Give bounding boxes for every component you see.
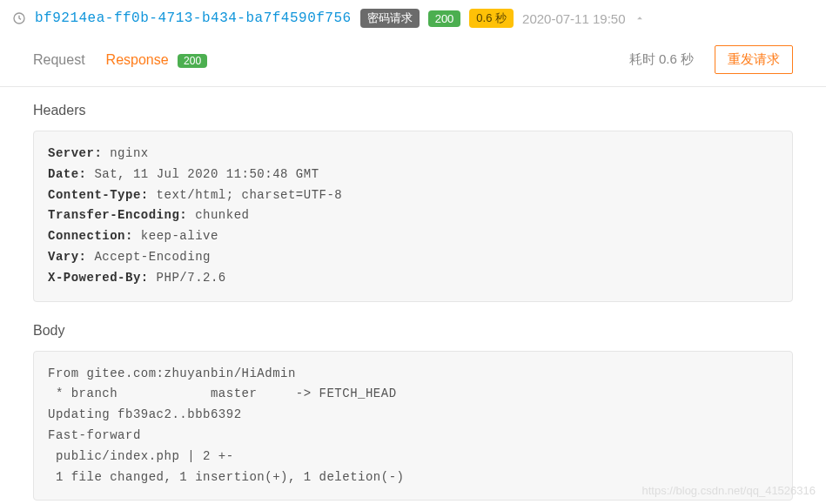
resend-button[interactable]: 重发请求 bbox=[715, 45, 793, 74]
body-block: From gitee.com:zhuyanbin/HiAdmin * branc… bbox=[33, 351, 793, 501]
tab-response-label: Response bbox=[106, 52, 169, 67]
clock-icon bbox=[12, 11, 26, 25]
duration-badge: 0.6 秒 bbox=[469, 9, 514, 28]
duration-text: 耗时 0.6 秒 bbox=[629, 51, 694, 68]
timestamp: 2020-07-11 19:50 bbox=[522, 11, 625, 26]
response-content: Headers Server: nginx Date: Sat, 11 Jul … bbox=[0, 87, 826, 501]
request-id[interactable]: bf9214ea-ff0b-4713-b434-ba7f4590f756 bbox=[35, 10, 352, 26]
request-header-row: bf9214ea-ff0b-4713-b434-ba7f4590f756 密码请… bbox=[0, 0, 826, 35]
tab-response[interactable]: Response 200 bbox=[106, 52, 208, 68]
tab-request[interactable]: Request bbox=[33, 52, 85, 68]
status-badge: 200 bbox=[428, 10, 461, 27]
headers-block: Server: nginx Date: Sat, 11 Jul 2020 11:… bbox=[33, 131, 793, 302]
body-title: Body bbox=[33, 323, 793, 339]
headers-title: Headers bbox=[33, 103, 793, 118]
tab-response-badge: 200 bbox=[178, 54, 207, 68]
collapse-icon[interactable] bbox=[634, 12, 646, 24]
type-badge: 密码请求 bbox=[360, 9, 420, 28]
tab-row: Request Response 200 耗时 0.6 秒 重发请求 bbox=[0, 35, 826, 87]
